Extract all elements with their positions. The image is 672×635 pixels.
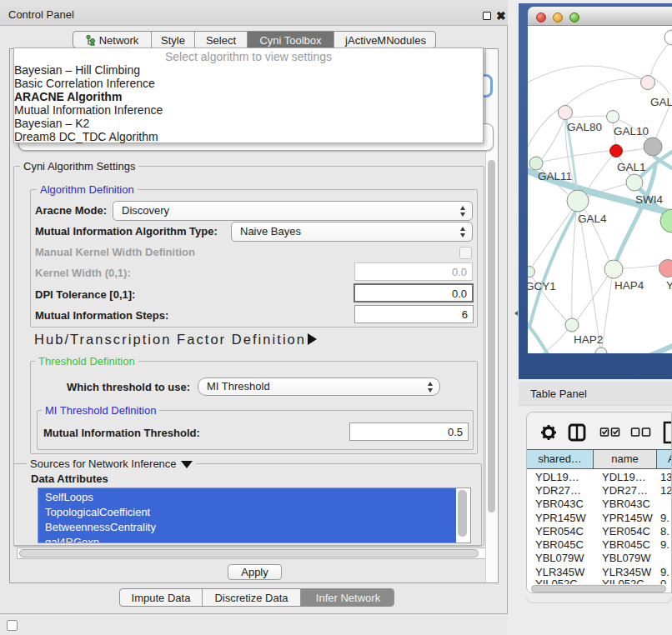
svg-text:SWI4: SWI4 bbox=[635, 193, 663, 206]
svg-text:GCY1: GCY1 bbox=[528, 280, 556, 292]
svg-text:YM: YM bbox=[666, 279, 672, 292]
svg-text:GAL4: GAL4 bbox=[578, 212, 607, 225]
svg-text:GAL11: GAL11 bbox=[538, 170, 572, 182]
svg-text:GAL1: GAL1 bbox=[617, 161, 646, 173]
svg-text:HAP4: HAP4 bbox=[614, 279, 644, 292]
svg-text:GAL10: GAL10 bbox=[614, 125, 649, 138]
svg-text:GAL80: GAL80 bbox=[567, 121, 602, 133]
svg-text:GAL7: GAL7 bbox=[650, 96, 672, 108]
svg-text:HAP2: HAP2 bbox=[574, 333, 603, 346]
